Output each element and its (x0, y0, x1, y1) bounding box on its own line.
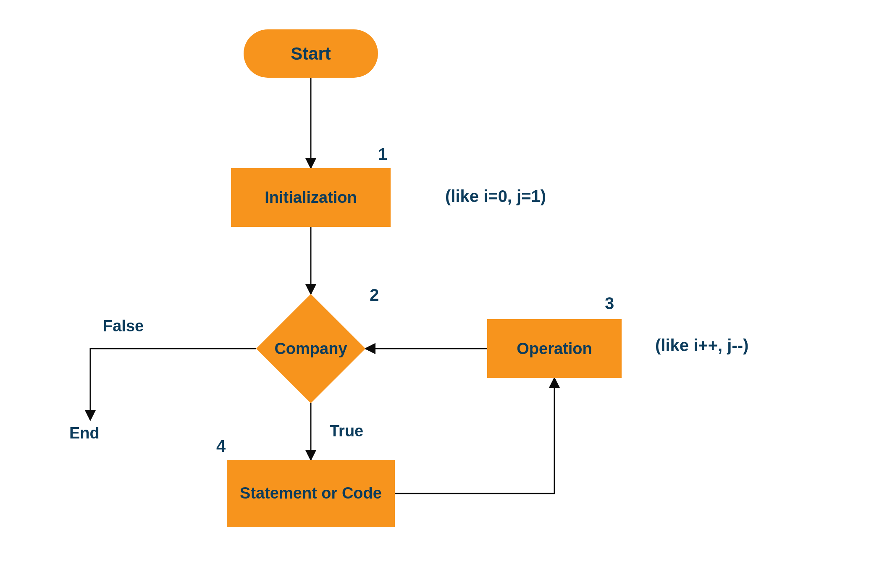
edges-layer (0, 0, 882, 588)
decision-label: Company (274, 340, 347, 358)
end-label: End (69, 424, 100, 442)
initialization-number: 1 (378, 145, 387, 164)
decision-label-wrap: Company (256, 294, 365, 403)
initialization-label: Initialization (265, 189, 357, 207)
flowchart-canvas: Start Initialization 1 (like i=0, j=1) C… (0, 0, 882, 588)
operation-number: 3 (605, 294, 614, 313)
decision-number: 2 (370, 286, 379, 304)
statement-node: Statement or Code (227, 460, 395, 527)
operation-node: Operation (487, 319, 622, 378)
true-edge-label: True (330, 422, 363, 440)
start-node: Start (244, 29, 378, 78)
statement-label: Statement or Code (240, 484, 382, 503)
operation-annotation: (like i++, j--) (655, 336, 748, 355)
operation-label: Operation (517, 340, 592, 358)
false-edge-label: False (103, 317, 144, 335)
initialization-node: Initialization (231, 168, 391, 227)
initialization-annotation: (like i=0, j=1) (445, 187, 546, 206)
start-label: Start (291, 44, 331, 64)
statement-number: 4 (216, 437, 226, 456)
